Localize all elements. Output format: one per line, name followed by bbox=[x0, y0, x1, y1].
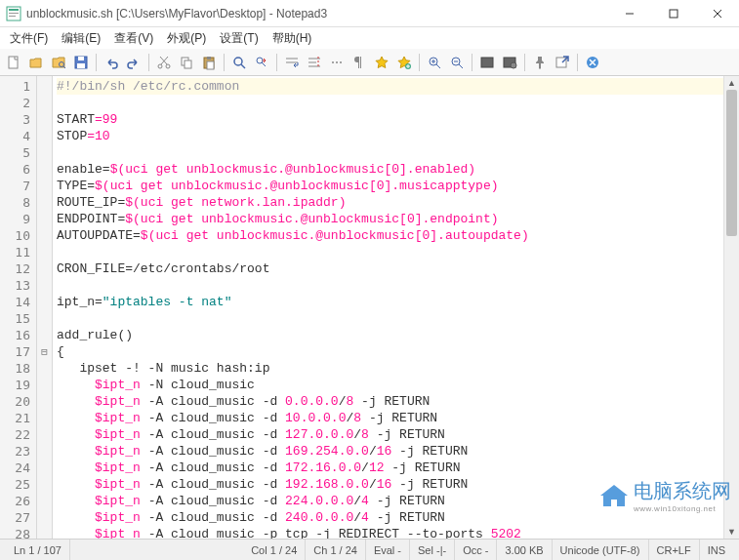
copy-icon[interactable] bbox=[176, 52, 197, 73]
status-col[interactable]: Col 1 / 24 bbox=[243, 540, 306, 560]
favorite-icon[interactable] bbox=[371, 52, 392, 73]
replace-icon[interactable] bbox=[251, 52, 272, 73]
redo-icon[interactable] bbox=[123, 52, 144, 73]
exit-icon[interactable] bbox=[582, 52, 603, 73]
status-ch[interactable]: Ch 1 / 24 bbox=[306, 540, 366, 560]
vertical-scrollbar[interactable]: ▲ ▼ bbox=[723, 76, 739, 539]
menu-view[interactable]: 查看(V) bbox=[108, 28, 159, 49]
app-icon bbox=[6, 6, 21, 21]
svg-rect-8 bbox=[9, 57, 18, 68]
statusbar: Ln 1 / 107 Col 1 / 24 Ch 1 / 24 Eval - S… bbox=[0, 539, 739, 560]
watermark-url: www.win10xitong.net bbox=[634, 504, 731, 513]
find-icon[interactable] bbox=[228, 52, 250, 73]
status-eol[interactable]: CR+LF bbox=[649, 540, 700, 560]
svg-rect-3 bbox=[9, 16, 16, 17]
svg-line-10 bbox=[63, 66, 65, 68]
scheme-icon[interactable] bbox=[476, 52, 498, 73]
svg-line-16 bbox=[161, 57, 168, 64]
scroll-down-arrow[interactable]: ▼ bbox=[724, 525, 739, 539]
titlebar: unblockmusic.sh [C:\Users\MyFlavor\Deskt… bbox=[0, 0, 739, 27]
svg-line-17 bbox=[160, 57, 167, 64]
scrollbar-thumb[interactable] bbox=[726, 90, 737, 236]
svg-line-45 bbox=[459, 64, 463, 68]
status-occ[interactable]: Occ - bbox=[455, 540, 497, 560]
toolbar bbox=[0, 49, 739, 76]
launch-icon[interactable] bbox=[552, 52, 573, 73]
longlines-icon[interactable] bbox=[304, 52, 325, 73]
svg-point-48 bbox=[511, 62, 516, 68]
fold-gutter[interactable]: ⊟ bbox=[37, 76, 53, 539]
svg-rect-13 bbox=[77, 63, 85, 68]
menu-help[interactable]: 帮助(H) bbox=[267, 28, 318, 49]
svg-line-24 bbox=[241, 64, 245, 68]
browse-icon[interactable] bbox=[48, 52, 69, 73]
status-sel[interactable]: Sel -|- bbox=[410, 540, 455, 560]
svg-rect-21 bbox=[207, 57, 211, 60]
maximize-button[interactable] bbox=[651, 0, 695, 27]
scroll-up-arrow[interactable]: ▲ bbox=[724, 76, 739, 90]
menu-edit[interactable]: 编辑(E) bbox=[56, 28, 106, 49]
status-line[interactable]: Ln 1 / 107 bbox=[6, 540, 70, 560]
svg-rect-19 bbox=[185, 60, 191, 68]
status-ins[interactable]: INS bbox=[700, 540, 733, 560]
svg-point-33 bbox=[332, 61, 334, 63]
code-content[interactable]: #!/bin/sh /etc/rc.common START=99STOP=10… bbox=[53, 76, 739, 539]
svg-line-26 bbox=[262, 62, 266, 66]
svg-point-35 bbox=[340, 61, 342, 63]
window-title: unblockmusic.sh [C:\Users\MyFlavor\Deskt… bbox=[26, 7, 327, 20]
manage-favorites-icon[interactable] bbox=[393, 52, 415, 73]
svg-point-14 bbox=[158, 64, 162, 68]
watermark: 电脑系统网 www.win10xitong.net bbox=[600, 478, 731, 513]
svg-line-42 bbox=[436, 64, 440, 68]
undo-icon[interactable] bbox=[101, 52, 122, 73]
svg-point-15 bbox=[166, 64, 170, 68]
paste-icon[interactable] bbox=[198, 52, 220, 73]
new-file-icon[interactable] bbox=[3, 52, 24, 73]
svg-rect-1 bbox=[9, 9, 19, 11]
pin-icon[interactable] bbox=[529, 52, 551, 73]
menu-file[interactable]: 文件(F) bbox=[4, 28, 54, 49]
editor-area[interactable]: 1234567891011121314151617181920212223242… bbox=[0, 76, 739, 539]
svg-rect-46 bbox=[481, 58, 493, 67]
status-eval[interactable]: Eval - bbox=[366, 540, 410, 560]
status-size[interactable]: 3.00 KB bbox=[497, 540, 552, 560]
cut-icon[interactable] bbox=[153, 52, 175, 73]
svg-rect-5 bbox=[670, 10, 677, 18]
menubar: 文件(F) 编辑(E) 查看(V) 外观(P) 设置(T) 帮助(H) bbox=[0, 27, 739, 49]
zoom-out-icon[interactable] bbox=[446, 52, 468, 73]
minimize-button[interactable] bbox=[607, 0, 651, 27]
watermark-house-icon bbox=[600, 485, 628, 506]
watermark-text: 电脑系统网 bbox=[634, 480, 731, 501]
svg-rect-22 bbox=[207, 61, 214, 69]
save-icon[interactable] bbox=[70, 52, 92, 73]
svg-rect-2 bbox=[9, 13, 19, 14]
close-button[interactable] bbox=[695, 0, 739, 27]
menu-settings[interactable]: 设置(T) bbox=[214, 28, 264, 49]
window-controls bbox=[607, 0, 739, 27]
scheme-config-icon[interactable] bbox=[499, 52, 520, 73]
zoom-in-icon[interactable] bbox=[424, 52, 445, 73]
wordwrap-icon[interactable] bbox=[281, 52, 303, 73]
svg-rect-12 bbox=[78, 57, 84, 60]
menu-appearance[interactable]: 外观(P) bbox=[161, 28, 212, 49]
status-encoding[interactable]: Unicode (UTF-8) bbox=[553, 540, 649, 560]
svg-point-34 bbox=[336, 61, 338, 63]
pilcrow-icon[interactable] bbox=[349, 52, 370, 73]
svg-rect-53 bbox=[611, 500, 617, 506]
line-number-gutter: 1234567891011121314151617181920212223242… bbox=[0, 76, 37, 539]
svg-point-23 bbox=[234, 58, 242, 65]
whitespace-icon[interactable] bbox=[326, 52, 348, 73]
open-file-icon[interactable] bbox=[25, 52, 47, 73]
